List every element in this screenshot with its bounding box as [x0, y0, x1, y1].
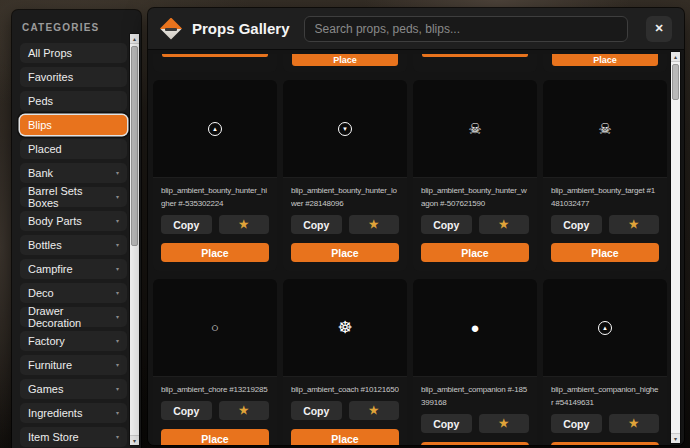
prop-name: blip_ambient_coach #1012165077: [291, 383, 399, 396]
window-title: Props Gallery: [192, 20, 290, 37]
copy-button[interactable]: Copy: [421, 215, 472, 234]
prop-card: ☠ blip_ambient_bounty_target #1481032477…: [543, 80, 667, 271]
sidebar-item-games[interactable]: Games▾: [20, 379, 127, 399]
copy-button[interactable]: Copy: [421, 414, 472, 433]
wagon-wheel-icon: ☸: [337, 317, 352, 338]
prop-card: ▲ blip_ambient_companion_higher #5414963…: [543, 279, 667, 445]
prop-card: ● blip_ambient_companion #-185399168 Cop…: [413, 279, 537, 445]
props-grid: Place Place ▲ blip_ambient_bounty_hunter…: [153, 54, 667, 445]
place-button[interactable]: Place: [291, 243, 399, 262]
sidebar-scrollbar[interactable]: ▴ ▾: [130, 34, 139, 445]
prop-card: ☠ blip_ambient_bounty_hunter_wagon #-507…: [413, 80, 537, 271]
favorite-star-button[interactable]: ★: [609, 414, 660, 433]
prop-name: blip_ambient_bounty_hunter_lower #281480…: [291, 184, 399, 210]
close-icon: ✕: [654, 22, 663, 35]
sidebar-item-placed[interactable]: Placed: [20, 139, 127, 159]
chevron-down-icon: ▾: [116, 410, 119, 416]
scroll-down-icon[interactable]: ▾: [130, 435, 139, 445]
categories-sidebar: CATEGORIES All Props Favorites Peds Blip…: [12, 10, 141, 448]
favorite-star-button[interactable]: ★: [609, 215, 660, 234]
sidebar-item-bottles[interactable]: Bottles▾: [20, 235, 127, 255]
sidebar-item-favorites[interactable]: Favorites: [20, 67, 127, 87]
search-input[interactable]: [304, 16, 628, 42]
categories-list: All Props Favorites Peds Blips Placed Ba…: [20, 43, 127, 448]
prop-name: blip_ambient_bounty_hunter_higher #-5353…: [161, 184, 269, 210]
place-button[interactable]: Place: [291, 429, 399, 445]
prop-card: ▲ blip_ambient_bounty_hunter_higher #-53…: [153, 80, 277, 271]
place-button[interactable]: Place: [551, 243, 659, 262]
place-button-clipped[interactable]: [162, 54, 268, 57]
favorite-star-button[interactable]: ★: [479, 215, 530, 234]
chevron-down-icon: ▾: [116, 434, 119, 440]
skull-icon: ☠: [468, 120, 481, 138]
scroll-up-icon[interactable]: ▴: [130, 34, 139, 44]
copy-button[interactable]: Copy: [161, 215, 212, 234]
sidebar-item-campfire[interactable]: Campfire▾: [20, 259, 127, 279]
sidebar-item-body-parts[interactable]: Body Parts▾: [20, 211, 127, 231]
props-gallery-logo-icon: [160, 18, 182, 40]
copy-button[interactable]: Copy: [291, 401, 342, 420]
circle-chevron-up-icon: ▲: [598, 321, 612, 335]
props-gallery-window: Props Gallery ✕ Place Place ▲ blip_ambie…: [148, 8, 684, 445]
chevron-down-icon: ▾: [116, 242, 119, 248]
card-fragment: [413, 54, 537, 72]
sidebar-scrollbar-thumb[interactable]: [131, 46, 138, 246]
sidebar-item-peds[interactable]: Peds: [20, 91, 127, 111]
place-button[interactable]: Place: [161, 243, 269, 262]
place-button-clipped[interactable]: [422, 54, 528, 57]
place-button[interactable]: Place: [421, 442, 529, 445]
prop-card: ○ blip_ambient_chore #1321928545 Copy ★ …: [153, 279, 277, 445]
favorite-star-button[interactable]: ★: [479, 414, 530, 433]
place-button[interactable]: Place: [161, 429, 269, 445]
chevron-down-icon: ▾: [116, 194, 119, 200]
grid-scrollbar[interactable]: ▴ ▾: [671, 52, 680, 443]
copy-button[interactable]: Copy: [161, 401, 212, 420]
circle-outline-icon: ○: [211, 320, 219, 335]
prop-name: blip_ambient_companion_higher #54149631: [551, 383, 659, 409]
circle-chevron-up-icon: ▲: [208, 122, 222, 136]
favorite-star-button[interactable]: ★: [349, 401, 400, 420]
chevron-down-icon: ▾: [116, 362, 119, 368]
copy-button[interactable]: Copy: [551, 414, 602, 433]
window-header: Props Gallery ✕: [148, 8, 684, 50]
chevron-down-icon: ▾: [116, 170, 119, 176]
favorite-star-button[interactable]: ★: [349, 215, 400, 234]
sidebar-item-factory[interactable]: Factory▾: [20, 331, 127, 351]
place-button-clipped[interactable]: Place: [292, 54, 398, 66]
circle-filled-icon: ●: [470, 319, 479, 336]
chevron-down-icon: ▾: [116, 218, 119, 224]
sidebar-item-all-props[interactable]: All Props: [20, 43, 127, 63]
copy-button[interactable]: Copy: [291, 215, 342, 234]
sidebar-item-ingredients[interactable]: Ingredients▾: [20, 403, 127, 423]
copy-button[interactable]: Copy: [551, 215, 602, 234]
sidebar-item-barrel-sets-boxes[interactable]: Barrel Sets Boxes▾: [20, 187, 127, 207]
prop-name: blip_ambient_companion #-185399168: [421, 383, 529, 409]
chevron-down-icon: ▾: [116, 290, 119, 296]
card-fragment: Place: [543, 54, 667, 72]
sidebar-item-blips[interactable]: Blips: [20, 115, 127, 135]
scroll-down-icon[interactable]: ▾: [671, 433, 680, 443]
scroll-up-icon[interactable]: ▴: [671, 52, 680, 62]
card-fragment: Place: [283, 54, 407, 72]
sidebar-item-drawer-decoration[interactable]: Drawer Decoration▾: [20, 307, 127, 327]
grid-scrollbar-thumb[interactable]: [672, 64, 679, 100]
prop-card: ▼ blip_ambient_bounty_hunter_lower #2814…: [283, 80, 407, 271]
place-button[interactable]: Place: [421, 243, 529, 262]
favorite-star-button[interactable]: ★: [219, 215, 270, 234]
chevron-down-icon: ▾: [116, 266, 119, 272]
props-grid-area: Place Place ▲ blip_ambient_bounty_hunter…: [148, 50, 684, 445]
chevron-down-icon: ▾: [116, 386, 119, 392]
chevron-down-icon: ▾: [116, 314, 119, 320]
sidebar-item-bank[interactable]: Bank▾: [20, 163, 127, 183]
sidebar-item-furniture[interactable]: Furniture▾: [20, 355, 127, 375]
favorite-star-button[interactable]: ★: [219, 401, 270, 420]
sidebar-item-deco[interactable]: Deco▾: [20, 283, 127, 303]
place-button-clipped[interactable]: Place: [552, 54, 658, 66]
sidebar-item-item-store[interactable]: Item Store▾: [20, 427, 127, 447]
close-button[interactable]: ✕: [646, 16, 672, 42]
chevron-down-icon: ▾: [116, 338, 119, 344]
prop-name: blip_ambient_bounty_target #1481032477: [551, 184, 659, 210]
categories-heading: CATEGORIES: [22, 22, 141, 33]
prop-card: ☸ blip_ambient_coach #1012165077 Copy ★ …: [283, 279, 407, 445]
place-button[interactable]: Place: [551, 442, 659, 445]
